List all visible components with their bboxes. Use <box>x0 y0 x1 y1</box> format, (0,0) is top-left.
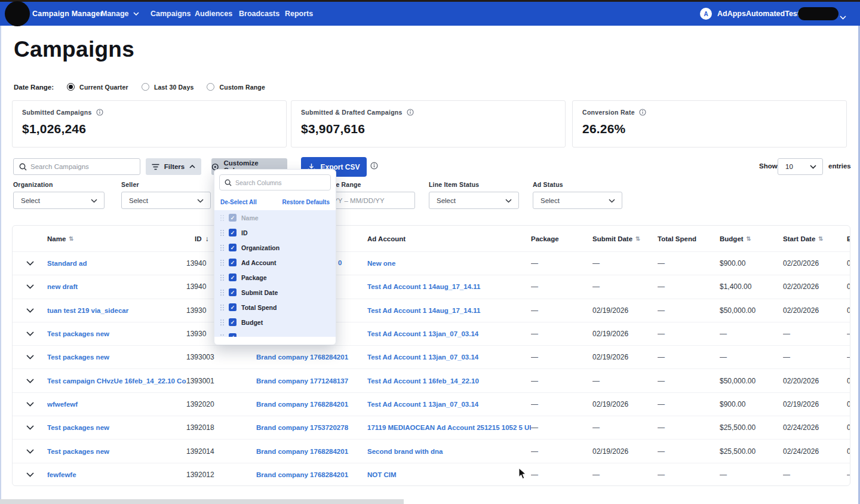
sort-icon[interactable]: ⇅ <box>818 235 823 242</box>
package-cell: — <box>531 423 592 432</box>
organization-link[interactable]: Brand company 1768284201 <box>256 448 367 455</box>
sort-desc-icon[interactable]: ↓ <box>205 235 209 243</box>
column-list-item[interactable]: ✓ <box>214 330 336 337</box>
campaign-name-link[interactable]: new draft <box>47 283 186 290</box>
deselect-all-link[interactable]: De-Select All <box>220 199 257 205</box>
ad-account-link[interactable]: New one <box>367 260 531 267</box>
ad-account-link[interactable]: Test Ad Account 1 16feb_14_22.10 <box>367 377 531 385</box>
campaign-name-link[interactable]: Test packages new <box>47 448 186 455</box>
sort-icon[interactable]: ⇅ <box>635 235 640 242</box>
column-list-item[interactable]: ✓ Total Spend <box>214 300 336 315</box>
checkbox-checked-icon[interactable]: ✓ <box>229 214 236 222</box>
campaign-name-link[interactable]: fewfewfe <box>47 471 186 478</box>
drag-handle-icon[interactable] <box>220 319 224 325</box>
column-list-item[interactable]: ✓ Submit Date <box>214 285 336 300</box>
nav-item-audiences[interactable]: Audiences <box>195 10 232 18</box>
search-icon <box>225 179 232 186</box>
nav-item-broadcasts[interactable]: Broadcasts <box>239 10 280 18</box>
row-expander[interactable] <box>13 284 47 289</box>
column-list-item[interactable]: ✓ Organization <box>214 240 336 255</box>
drag-handle-icon[interactable] <box>220 229 224 236</box>
info-icon <box>370 162 378 170</box>
organization-link[interactable]: Brand company 1753720278 <box>256 424 367 431</box>
header-budget[interactable]: Budget⇅ <box>720 235 783 242</box>
line-item-status-select[interactable]: Select <box>429 192 519 209</box>
submit-date-cell: — <box>592 471 658 479</box>
header-start-date[interactable]: Start Date⇅ <box>783 235 847 242</box>
row-expander[interactable] <box>13 379 47 383</box>
checkbox-checked-icon[interactable]: ✓ <box>229 303 236 311</box>
organization-link[interactable]: Brand company 1771248137 <box>256 377 367 385</box>
drag-handle-icon[interactable] <box>220 274 224 281</box>
restore-defaults-link[interactable]: Restore Defaults <box>282 199 330 205</box>
campaign-name-link[interactable]: tuan test 219 via_sidecar <box>47 307 186 314</box>
drag-handle-icon[interactable] <box>220 334 224 337</box>
checkbox-checked-icon[interactable]: ✓ <box>229 259 236 266</box>
campaign-name-link[interactable]: Test packages new <box>47 424 186 431</box>
seller-select[interactable]: Select <box>121 192 211 209</box>
campaign-name-link[interactable]: Test packages new <box>47 330 186 337</box>
row-expander[interactable] <box>13 261 47 266</box>
drag-handle-icon[interactable] <box>220 259 224 266</box>
checkbox-checked-icon[interactable]: ✓ <box>229 244 236 251</box>
row-expander[interactable] <box>13 355 47 359</box>
nav-item-manage[interactable]: Manage <box>101 10 139 18</box>
page-size-select[interactable]: 10 <box>778 158 823 175</box>
search-campaigns-input[interactable] <box>30 159 138 174</box>
row-expander[interactable] <box>13 331 47 336</box>
checkbox-checked-icon[interactable]: ✓ <box>229 333 236 337</box>
column-list-item[interactable]: ✓ Ad Account <box>214 255 336 270</box>
ad-account-link[interactable]: Test Ad Account 1 13jan_07_03.14 <box>367 330 531 337</box>
ad-account-link[interactable]: 17119 MEDIAOCEAN Ad Account 251215 1052 … <box>367 424 531 431</box>
row-expander[interactable] <box>13 308 47 313</box>
drag-handle-icon[interactable] <box>220 214 224 221</box>
search-columns-input[interactable] <box>235 176 330 189</box>
radio-current-quarter[interactable]: Current Quarter <box>67 83 128 91</box>
checkbox-checked-icon[interactable]: ✓ <box>229 288 236 296</box>
checkbox-checked-icon[interactable]: ✓ <box>229 273 236 281</box>
radio-custom-range[interactable]: Custom Range <box>207 83 265 91</box>
row-expander[interactable] <box>13 425 47 430</box>
ad-account-link[interactable]: Test Ad Account 1 14aug_17_14.11 <box>367 307 531 314</box>
sort-icon[interactable]: ⇅ <box>69 235 73 242</box>
checkbox-checked-icon[interactable]: ✓ <box>229 318 236 326</box>
ad-account-link[interactable]: Second brand with dna <box>367 448 531 455</box>
campaign-name-link[interactable]: wfwefewf <box>47 401 186 408</box>
row-expander[interactable] <box>13 449 47 454</box>
header-submit-date[interactable]: Submit Date⇅ <box>592 235 658 242</box>
row-expander[interactable] <box>13 402 47 407</box>
header-total-spend: Total Spend <box>658 235 720 242</box>
drag-handle-icon[interactable] <box>220 289 224 296</box>
campaign-name-link[interactable]: Standard ad <box>47 260 186 267</box>
nav-item-campaigns[interactable]: Campaigns <box>150 10 191 18</box>
row-expander[interactable] <box>13 472 47 477</box>
campaign-name-link[interactable]: Test campaign CHvzUe 16feb_14_22.10 Copy <box>47 377 186 385</box>
drag-handle-icon[interactable] <box>220 304 224 311</box>
checkbox-checked-icon[interactable]: ✓ <box>229 229 236 236</box>
stat-card-submitted-campaigns: Submitted Campaigns $1,026,246 <box>12 100 287 147</box>
organization-link[interactable]: Brand company 1768284201 <box>256 401 367 408</box>
radio-icon[interactable] <box>67 83 75 91</box>
radio-icon[interactable] <box>142 83 149 91</box>
radio-icon[interactable] <box>207 83 214 91</box>
column-list-item[interactable]: ✓ ID <box>214 225 336 240</box>
account-chevron-down-icon[interactable] <box>840 11 846 22</box>
column-list-item[interactable]: ✓ Package <box>214 270 336 285</box>
drag-handle-icon[interactable] <box>220 244 224 251</box>
organization-select[interactable]: Select <box>13 192 105 209</box>
column-list-item[interactable]: ✓ Name <box>214 210 336 225</box>
campaign-name-link[interactable]: Test packages new <box>47 354 186 361</box>
ad-account-link[interactable]: NOT CIM <box>367 471 531 478</box>
column-list-item[interactable]: ✓ Budget <box>214 315 336 330</box>
nav-item-reports[interactable]: Reports <box>285 10 313 18</box>
organization-link[interactable]: Brand company 1768284201 <box>256 471 367 478</box>
radio-last-30-days[interactable]: Last 30 Days <box>142 83 194 91</box>
ad-account-link[interactable]: Test Ad Account 1 13jan_07_03.14 <box>367 401 531 408</box>
ad-status-select[interactable]: Select <box>533 192 622 209</box>
sort-icon[interactable]: ⇅ <box>747 235 751 242</box>
header-name[interactable]: Name⇅ <box>47 235 186 242</box>
ad-account-link[interactable]: Test Ad Account 1 13jan_07_03.14 <box>367 354 531 361</box>
ad-account-link[interactable]: Test Ad Account 1 14aug_17_14.11 <box>367 283 531 290</box>
organization-link[interactable]: Brand company 1768284201 <box>256 354 367 361</box>
filters-button[interactable]: Filters <box>146 158 201 175</box>
